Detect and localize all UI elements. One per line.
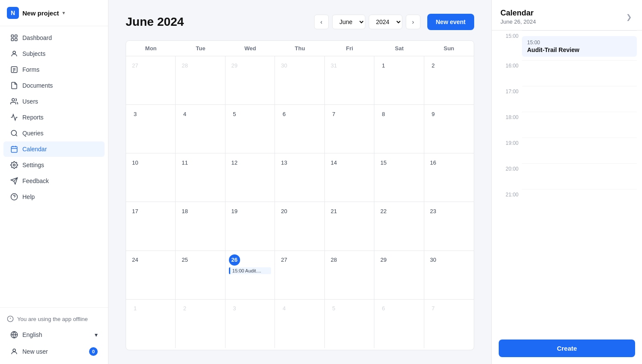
calendar-cell[interactable]: 7 bbox=[424, 300, 474, 348]
sidebar-item-documents[interactable]: Documents bbox=[3, 78, 105, 93]
sidebar-item-users[interactable]: Users bbox=[3, 94, 105, 109]
calendar-cell[interactable]: 15 bbox=[374, 153, 424, 202]
calendar-cell[interactable]: 24 bbox=[126, 251, 176, 299]
calendar-cell[interactable]: 14 bbox=[325, 153, 374, 202]
offline-notice: You are using the app offline bbox=[0, 311, 108, 327]
month-select[interactable]: June bbox=[332, 15, 365, 29]
svg-point-4 bbox=[13, 51, 15, 54]
next-month-button[interactable]: › bbox=[406, 15, 420, 29]
sidebar-item-help[interactable]: Help bbox=[3, 189, 105, 205]
day-header-mon: Mon bbox=[126, 41, 176, 56]
month-year-controls: ‹ June 2024 › bbox=[314, 15, 420, 29]
right-panel-title: Calendar bbox=[500, 9, 536, 18]
year-select[interactable]: 2024 bbox=[369, 15, 402, 29]
calendar-cell[interactable]: 22 bbox=[374, 202, 424, 250]
timeline-row: 17:00 bbox=[495, 86, 642, 112]
calendar-cell[interactable]: 25 bbox=[176, 251, 225, 299]
calendar-cell[interactable]: 28 bbox=[325, 251, 374, 299]
subjects-icon bbox=[10, 50, 18, 58]
cell-date: 19 bbox=[229, 205, 240, 217]
calendar-cell[interactable]: 2615:00 Audit.... bbox=[225, 251, 275, 299]
timeline-content bbox=[522, 138, 637, 163]
sidebar-footer: You are using the app offline English ▾ … bbox=[0, 307, 108, 364]
day-header-tue: Tue bbox=[176, 41, 225, 56]
sidebar-item-label: Feedback bbox=[22, 177, 49, 184]
cell-date: 17 bbox=[130, 205, 141, 217]
sidebar-item-feedback[interactable]: Feedback bbox=[3, 173, 105, 189]
create-event-button[interactable]: Create bbox=[499, 340, 635, 357]
calendar-cell[interactable]: 23 bbox=[424, 202, 474, 250]
calendar-cell[interactable]: 9 bbox=[424, 105, 474, 153]
calendar-cell[interactable]: 5 bbox=[225, 105, 275, 153]
sidebar-item-dashboard[interactable]: Dashboard bbox=[3, 30, 105, 46]
cell-date: 1 bbox=[130, 303, 141, 314]
calendar-cell[interactable]: 4 bbox=[275, 300, 324, 348]
prev-month-button[interactable]: ‹ bbox=[314, 15, 329, 29]
calendar-cell[interactable]: 31 bbox=[325, 56, 374, 104]
calendar-week-0: 272829303112 bbox=[126, 56, 474, 105]
sidebar-item-calendar[interactable]: Calendar bbox=[3, 141, 105, 157]
calendar-cell[interactable]: 2 bbox=[424, 56, 474, 104]
calendar-cell[interactable]: 19 bbox=[225, 202, 275, 250]
calendar-cell[interactable]: 29 bbox=[374, 251, 424, 299]
calendar-cell[interactable]: 16 bbox=[424, 153, 474, 202]
expand-panel-button[interactable]: ❯ bbox=[624, 11, 633, 23]
cell-date: 27 bbox=[130, 60, 141, 71]
svg-point-16 bbox=[13, 164, 15, 166]
calendar-cell[interactable]: 6 bbox=[275, 105, 324, 153]
cell-date: 18 bbox=[179, 205, 190, 217]
calendar-cell[interactable]: 13 bbox=[275, 153, 324, 202]
day-header-sun: Sun bbox=[424, 41, 474, 56]
calendar-cell[interactable]: 27 bbox=[275, 251, 324, 299]
cell-date: 2 bbox=[428, 60, 439, 71]
sidebar-item-label: Forms bbox=[22, 66, 40, 73]
sidebar-item-subjects[interactable]: Subjects bbox=[3, 46, 105, 61]
event-chip[interactable]: 15:00 Audit.... bbox=[229, 267, 271, 274]
calendar-cell[interactable]: 2 bbox=[176, 300, 225, 348]
calendar-cell[interactable]: 17 bbox=[126, 202, 176, 250]
calendar-cell[interactable]: 12 bbox=[225, 153, 275, 202]
cell-date: 30 bbox=[278, 60, 290, 71]
calendar-cell[interactable]: 28 bbox=[176, 56, 225, 104]
svg-rect-1 bbox=[15, 35, 17, 37]
calendar-cell[interactable]: 29 bbox=[225, 56, 275, 104]
forms-icon bbox=[10, 66, 18, 73]
project-selector[interactable]: N New project ▾ bbox=[7, 7, 65, 19]
sidebar-item-label: Queries bbox=[22, 130, 43, 137]
sidebar-item-settings[interactable]: Settings bbox=[3, 157, 105, 173]
calendar-cell[interactable]: 3 bbox=[225, 300, 275, 348]
calendar-cell[interactable]: 30 bbox=[424, 251, 474, 299]
cell-date: 2 bbox=[179, 303, 190, 314]
sidebar-item-reports[interactable]: Reports bbox=[3, 110, 105, 125]
cell-date: 8 bbox=[378, 108, 389, 119]
sidebar-item-label: Dashboard bbox=[22, 34, 52, 41]
sidebar-item-forms[interactable]: Forms bbox=[3, 62, 105, 77]
calendar-cell[interactable]: 3 bbox=[126, 105, 176, 153]
calendar-cell[interactable]: 20 bbox=[275, 202, 324, 250]
svg-point-26 bbox=[13, 349, 15, 352]
calendar-cell[interactable]: 5 bbox=[325, 300, 374, 348]
language-selector[interactable]: English ▾ bbox=[3, 327, 105, 343]
feedback-icon bbox=[10, 177, 18, 185]
cell-date: 23 bbox=[428, 205, 439, 217]
calendar-cell[interactable]: 11 bbox=[176, 153, 225, 202]
calendar-cell[interactable]: 18 bbox=[176, 202, 225, 250]
calendar-cell[interactable]: 6 bbox=[374, 300, 424, 348]
calendar-cell[interactable]: 8 bbox=[374, 105, 424, 153]
calendar-cell[interactable]: 21 bbox=[325, 202, 374, 250]
new-event-button[interactable]: New event bbox=[427, 14, 474, 30]
calendar-cell[interactable]: 27 bbox=[126, 56, 176, 104]
calendar-cell[interactable]: 10 bbox=[126, 153, 176, 202]
calendar-cell[interactable]: 1 bbox=[374, 56, 424, 104]
project-icon: N bbox=[7, 7, 19, 19]
user-item[interactable]: New user 0 bbox=[3, 343, 105, 360]
cell-date: 13 bbox=[278, 157, 290, 168]
offline-icon bbox=[7, 315, 14, 322]
right-panel-title-group: Calendar June 26, 2024 bbox=[500, 9, 536, 25]
calendar-cell[interactable]: 30 bbox=[275, 56, 324, 104]
calendar-cell[interactable]: 7 bbox=[325, 105, 374, 153]
calendar-cell[interactable]: 4 bbox=[176, 105, 225, 153]
calendar-cell[interactable]: 1 bbox=[126, 300, 176, 348]
event-card[interactable]: 15:00Audit-Trail Review bbox=[522, 36, 637, 57]
sidebar-item-queries[interactable]: Queries bbox=[3, 125, 105, 141]
